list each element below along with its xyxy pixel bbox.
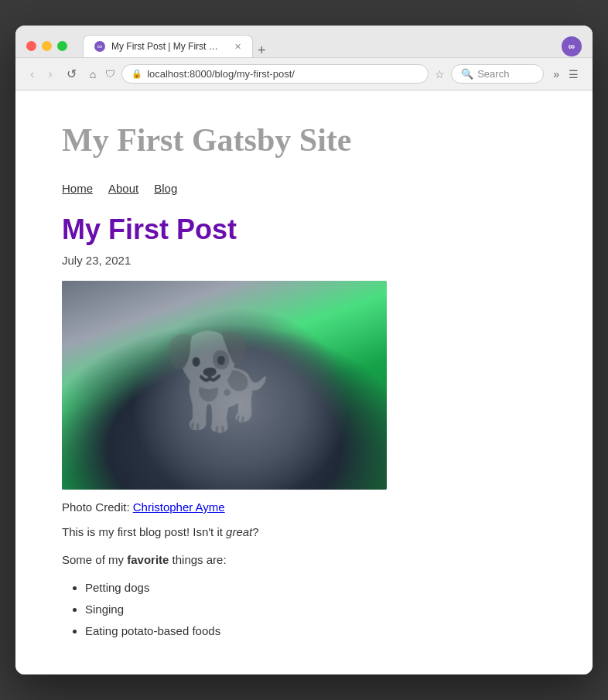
photo-credit: Photo Credit: Christopher Ayme [62,500,546,514]
search-field[interactable]: 🔍 Search [451,64,544,84]
post-paragraph-1: This is my first blog post! Isn't it gre… [62,523,546,541]
title-bar: ∞ My First Post | My First Gatsby Site ✕… [15,26,593,58]
lock-icon: 🔒 [132,69,142,79]
photo-credit-link[interactable]: Christopher Ayme [133,500,225,514]
tab-title: My First Post | My First Gatsby Site [111,41,225,52]
list-item: Singing [85,600,546,619]
site-title: My First Gatsby Site [62,121,546,159]
browser-profile-icon[interactable]: ∞ [562,36,582,56]
post-body: This is my first blog post! Isn't it gre… [62,523,546,640]
url-text: localhost:8000/blog/my-first-post/ [147,68,295,80]
nav-blog-link[interactable]: Blog [154,182,177,195]
reload-button[interactable]: ↺ [63,65,80,83]
url-field[interactable]: 🔒 localhost:8000/blog/my-first-post/ [121,64,429,84]
forward-button[interactable]: › [44,66,56,83]
back-button[interactable]: ‹ [26,66,38,83]
nav-home-link[interactable]: Home [62,182,93,195]
bookmark-button[interactable]: ☆ [435,68,445,80]
site-nav: Home About Blog [62,182,546,195]
new-tab-button[interactable]: + [253,43,271,57]
tab-close-icon[interactable]: ✕ [234,42,241,52]
list-item: Petting dogs [85,579,546,597]
post-date: July 23, 2021 [62,254,546,267]
minimize-button[interactable] [42,41,52,51]
browser-window: ∞ My First Post | My First Gatsby Site ✕… [15,26,593,674]
addon-icons: » ☰ [550,67,582,82]
tab-bar: ∞ My First Post | My First Gatsby Site ✕… [83,35,554,57]
search-placeholder: Search [477,68,509,80]
menu-button[interactable]: ☰ [565,67,582,82]
page-content: My First Gatsby Site Home About Blog My … [15,90,593,674]
post-list: Petting dogs Singing Eating potato-based… [85,579,546,640]
nav-about-link[interactable]: About [108,182,138,195]
address-bar: ‹ › ↺ ⌂ 🛡 🔒 localhost:8000/blog/my-first… [15,58,593,90]
window-controls [26,41,67,51]
post-paragraph-2: Some of my favorite things are: [62,551,546,569]
list-item: Eating potato-based foods [85,622,546,640]
close-button[interactable] [26,41,36,51]
home-button[interactable]: ⌂ [87,67,99,82]
post-title: My First Post [62,213,546,246]
post-image [62,281,387,490]
shield-icon: 🛡 [105,68,115,80]
maximize-button[interactable] [57,41,67,51]
tab-favicon-icon: ∞ [94,41,105,52]
search-icon: 🔍 [461,68,473,80]
extensions-button[interactable]: » [550,67,562,82]
active-tab[interactable]: ∞ My First Post | My First Gatsby Site ✕ [83,35,253,57]
